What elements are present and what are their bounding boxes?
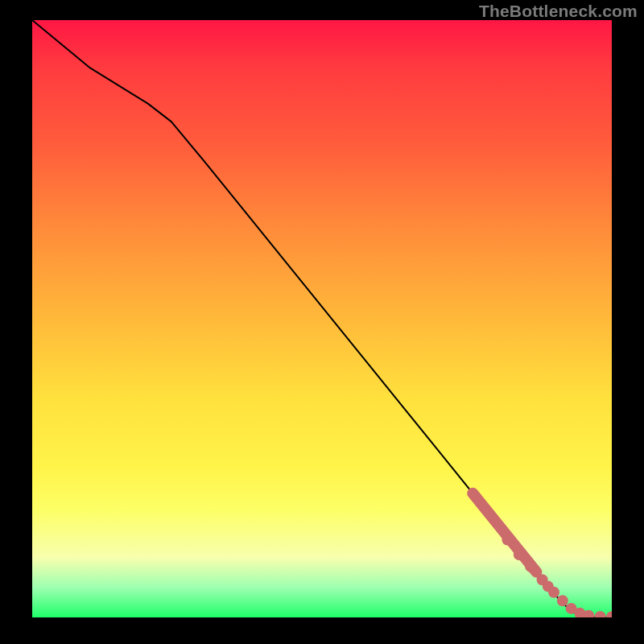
watermark-label: TheBottleneck.com — [479, 2, 638, 21]
highlight-segment — [473, 493, 536, 572]
data-point — [525, 561, 536, 572]
data-point — [548, 587, 559, 598]
plot-area — [32, 20, 612, 617]
data-point — [606, 611, 612, 617]
data-point — [514, 549, 525, 560]
chart-frame: TheBottleneck.com — [0, 0, 644, 644]
data-point — [502, 535, 513, 546]
chart-svg — [32, 20, 612, 617]
data-point — [595, 611, 606, 617]
data-point — [557, 595, 568, 606]
bottleneck-curve — [32, 20, 612, 617]
